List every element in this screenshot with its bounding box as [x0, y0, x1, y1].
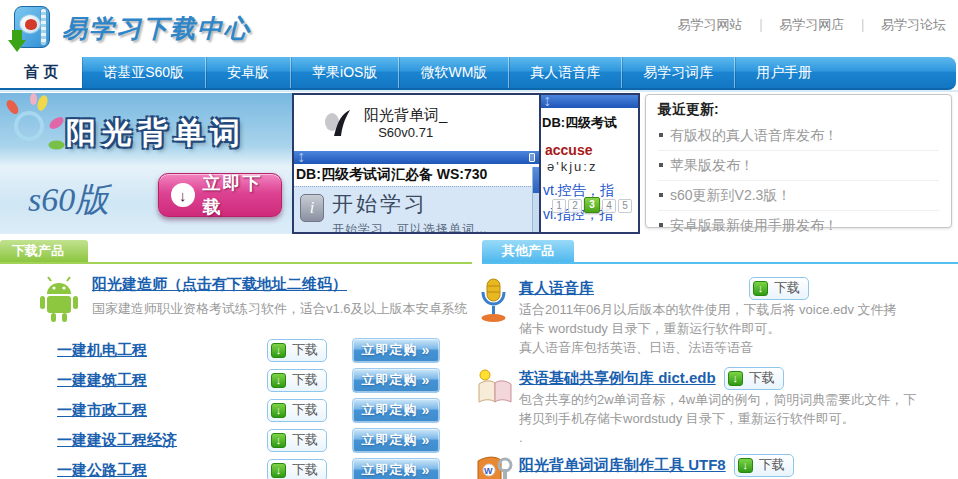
- order-now-button[interactable]: 立即定购»: [352, 398, 440, 423]
- info-icon: i: [300, 194, 324, 222]
- svg-text:W: W: [484, 466, 493, 476]
- nav-android[interactable]: 安卓版: [206, 57, 291, 88]
- banner-slide[interactable]: 阳光背单词 s60版 ↓ 立即下载: [0, 93, 292, 234]
- download-button[interactable]: ↓下载: [734, 454, 794, 477]
- item-link-example-db[interactable]: 英语基础共享例句库 dict.edb: [519, 369, 716, 388]
- page-dot-5[interactable]: 5: [618, 199, 632, 213]
- page-dot-4[interactable]: 4: [602, 199, 616, 213]
- nav-manual[interactable]: 用户手册: [735, 57, 833, 88]
- banner-title: 阳光背单词: [66, 113, 246, 154]
- section-headers: 下载产品 其他产品: [0, 240, 958, 264]
- download-row: 一建公路工程 ↓下载 立即定购»: [0, 455, 472, 479]
- book-wrench-icon: W: [475, 455, 515, 479]
- order-now-button[interactable]: 立即定购»: [352, 368, 440, 393]
- order-now-button[interactable]: 立即定购»: [352, 458, 440, 479]
- others-column: 真人语音库 ↓下载 适合2011年06月以后版本的软件使用，下载后将 voice…: [472, 264, 958, 479]
- link-divider: ｜: [755, 17, 768, 32]
- download-arrow-icon: ↓: [753, 281, 768, 296]
- bullet-icon: [659, 133, 663, 137]
- download-arrow-icon: ↓: [728, 371, 743, 386]
- item-link[interactable]: 一建公路工程: [57, 461, 267, 479]
- download-arrow-icon: ↓: [271, 343, 286, 358]
- order-now-button[interactable]: 立即定购»: [352, 428, 440, 453]
- nav-wm[interactable]: 微软WM版: [399, 57, 509, 88]
- download-button[interactable]: ↓下载: [267, 339, 327, 362]
- link-store[interactable]: 易学习网店: [779, 17, 844, 32]
- header-links: 易学习网站｜易学习网店｜易学习论坛: [678, 16, 946, 34]
- download-row: 一建建筑工程 ↓下载 立即定购»: [0, 365, 472, 395]
- recent-updates-panel: 最近更新: 有版权的真人语音库发布！ 苹果版发布！ s60更新到V2.3版！ 安…: [645, 94, 952, 228]
- other-product-voice-library: 真人语音库 ↓下载 适合2011年06月以后版本的软件使用，下载后将 voice…: [475, 276, 958, 357]
- download-arrow-icon: ↓: [271, 373, 286, 388]
- item-link[interactable]: 一建建设工程经济: [57, 431, 267, 450]
- link-divider: ｜: [856, 17, 869, 32]
- nav-voice-library[interactable]: 真人语音库: [509, 57, 622, 88]
- page-dot-2[interactable]: 2: [568, 199, 582, 213]
- nav-dictionary[interactable]: 易学习词库: [622, 57, 735, 88]
- download-button[interactable]: ↓下载: [267, 459, 327, 479]
- page-dot-3-active[interactable]: 3: [584, 197, 600, 213]
- flower-petal-icon: [49, 141, 65, 150]
- nav-nokia-s60[interactable]: 诺基亚S60版: [82, 57, 206, 88]
- double-arrow-icon: »: [422, 342, 431, 358]
- site-logo[interactable]: 易学习下载中心: [8, 4, 251, 52]
- item-link[interactable]: 一建机电工程: [57, 341, 267, 360]
- download-button[interactable]: ↓下载: [749, 277, 809, 300]
- link-forum[interactable]: 易学习论坛: [881, 17, 946, 32]
- flower-petal-icon: [4, 98, 21, 116]
- download-button[interactable]: ↓下载: [267, 429, 327, 452]
- menu-item-label: 开始学习: [332, 190, 488, 218]
- download-button[interactable]: ↓下载: [267, 369, 327, 392]
- download-arrow-icon: ↓: [171, 183, 195, 207]
- recent-updates-title: 最近更新:: [658, 101, 939, 119]
- download-row: 一建建设工程经济 ↓下载 立即定购»: [0, 425, 472, 455]
- antenna-icon: ᛨ: [544, 97, 550, 107]
- nav-home[interactable]: 首 页: [0, 57, 82, 88]
- download-button[interactable]: ↓下载: [267, 399, 327, 422]
- app-name: 阳光背单词_: [364, 106, 447, 125]
- nav-bottom-strip: [0, 90, 958, 92]
- item-link-dict-tool[interactable]: 阳光背单词词库制作工具 UTF8: [519, 456, 726, 475]
- recent-update-item[interactable]: 安卓版最新使用手册发布！: [658, 211, 939, 240]
- flower-petal-icon: [30, 93, 37, 105]
- recent-update-item[interactable]: 苹果版发布！: [658, 151, 939, 181]
- scrollbar[interactable]: [532, 167, 539, 232]
- download-arrow-icon: ↓: [271, 433, 286, 448]
- page-header: 易学习下载中心 易学习网站｜易学习网店｜易学习论坛: [0, 0, 958, 57]
- page-dot-1[interactable]: 1: [552, 199, 566, 213]
- download-button[interactable]: ↓下载: [724, 367, 784, 390]
- double-arrow-icon: »: [422, 402, 431, 418]
- order-now-button[interactable]: 立即定购»: [352, 338, 440, 363]
- download-arrow-icon: ↓: [271, 403, 286, 418]
- recent-update-item[interactable]: s60更新到V2.3版！: [658, 181, 939, 211]
- downloads-column: 阳光建造师（点击有下载地址二维码） 国家建造师职业资格考试练习软件，适合v1.6…: [0, 264, 472, 479]
- vocab-phonetic: ə'kju:z: [547, 159, 638, 174]
- nav-ios[interactable]: 苹果iOS版: [291, 57, 399, 88]
- double-arrow-icon: »: [422, 432, 431, 448]
- downloads-section-tab: 下载产品: [0, 240, 88, 262]
- item-desc-line: 储卡 wordstudy 目录下，重新运行软件即可。: [519, 319, 958, 338]
- item-desc-line: 拷贝到手机存储卡wordstudy 目录下，重新运行软件即可。: [519, 409, 958, 428]
- double-arrow-icon: »: [422, 462, 431, 478]
- banner-download-button[interactable]: ↓ 立即下载: [158, 173, 282, 217]
- item-desc-line: 真人语音库包括英语、日语、法语等语音: [519, 338, 958, 357]
- recent-update-item[interactable]: 有版权的真人语音库发布！: [658, 121, 939, 151]
- status-bar: ᛨ: [294, 151, 539, 164]
- book-bulb-icon: [475, 368, 515, 406]
- item-link-voice-library[interactable]: 真人语音库: [519, 279, 741, 298]
- battery-icon: [529, 153, 535, 162]
- main-nav: 首 页 诺基亚S60版 安卓版 苹果iOS版 微软WM版 真人语音库 易学习词库…: [0, 57, 956, 90]
- link-website[interactable]: 易学习网站: [678, 17, 743, 32]
- other-product-dict-tool: W 阳光背单词词库制作工具 UTF8 ↓下载: [475, 453, 958, 479]
- android-icon: [36, 275, 82, 323]
- double-arrow-icon: »: [422, 372, 431, 388]
- item-desc-line: 包含共享的约2w单词音标，4w单词的例句，简明词典需要此文件，下: [519, 390, 958, 409]
- status-bar: ᛨ: [541, 95, 638, 108]
- item-link[interactable]: 一建建筑工程: [57, 371, 267, 390]
- item-desc-line: .: [519, 428, 958, 447]
- download-arrow-icon: ↓: [738, 458, 753, 473]
- product-link-builder[interactable]: 阳光建造师（点击有下载地址二维码）: [92, 275, 347, 292]
- download-row: 一建市政工程 ↓下载 立即定购»: [0, 395, 472, 425]
- flower-petal-icon: [36, 94, 50, 112]
- item-link[interactable]: 一建市政工程: [57, 401, 267, 420]
